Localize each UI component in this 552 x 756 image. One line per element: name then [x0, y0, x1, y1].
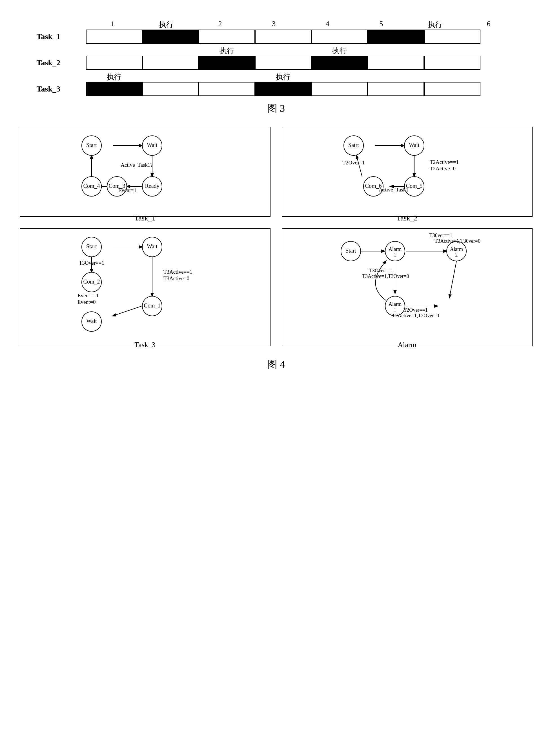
task2-cell-5: [368, 56, 424, 70]
task1-cell-2: [199, 30, 255, 44]
col-header-3: 3: [272, 20, 276, 28]
svg-line-20: [357, 155, 362, 177]
svg-text:Start: Start: [86, 142, 97, 148]
col-header-2: 2: [219, 20, 222, 28]
svg-line-35: [113, 306, 142, 316]
svg-text:T2Active==1: T2Active==1: [430, 159, 459, 165]
task1-cell-3: [255, 30, 311, 44]
svg-text:Event==1: Event==1: [78, 293, 99, 299]
task3-title: Task_3: [20, 341, 270, 349]
svg-text:Ready: Ready: [145, 183, 159, 189]
task1-cell-0: [86, 30, 142, 44]
col-header-4: 4: [326, 20, 329, 28]
task1-title: Task_1: [20, 214, 270, 222]
task2-label: Task_2: [37, 58, 86, 67]
svg-text:T2Active=1,T2Over=0: T2Active=1,T2Over=0: [392, 313, 439, 319]
task1-cell-5: [368, 30, 424, 44]
exec-label-task1-1: 执行: [159, 21, 173, 29]
alarm-title: Alarm: [282, 341, 532, 349]
svg-text:Start: Start: [86, 243, 97, 249]
task3-cell-5: [368, 82, 424, 96]
task1-cell-6: [424, 30, 480, 44]
svg-text:Active_Task1?: Active_Task1?: [121, 162, 153, 168]
task2-diagram: Satrt Wait Com_5 Com_6 T2Active==1 T2Act…: [282, 127, 533, 217]
svg-text:T3Over==1: T3Over==1: [369, 268, 393, 273]
task3-diagram: Start Wait Com_2 Com_1 Wait T3Over==1 T3…: [20, 228, 271, 346]
svg-text:T3Active=1,T3Over=0: T3Active=1,T3Over=0: [362, 273, 409, 279]
exec-label-task3-1: 执行: [86, 72, 142, 82]
task1-cell-4: [311, 30, 368, 44]
svg-text:1: 1: [394, 307, 396, 313]
task2-cell-1: [142, 56, 199, 70]
task3-cell-0: [86, 82, 142, 96]
figure3: 1 执行 2 3 4 5 执行 6 Task_1: [37, 20, 516, 96]
col-header-1: 1: [111, 20, 114, 28]
svg-text:T3Active=1,T30ver=0: T3Active=1,T30ver=0: [434, 238, 480, 244]
svg-text:T2Active=0: T2Active=0: [430, 166, 456, 172]
svg-text:1: 1: [394, 252, 396, 258]
col-header-6: 6: [487, 20, 491, 28]
svg-text:T3Active==1: T3Active==1: [163, 269, 192, 275]
svg-text:Alarm: Alarm: [389, 301, 402, 307]
exec-label-task1-2: 执行: [428, 21, 442, 29]
task2-cell-6: [424, 56, 480, 70]
task3-label: Task_3: [37, 84, 86, 93]
task3-cell-6: [424, 82, 480, 96]
svg-text:T30ver==1: T30ver==1: [429, 232, 452, 238]
svg-text:Com_2: Com_2: [83, 278, 100, 285]
exec-label-task2-1: 执行: [199, 46, 255, 56]
fig3-label: 图 3: [17, 102, 535, 116]
svg-text:Active_Task1: Active_Task1: [379, 187, 408, 193]
svg-text:Com_1: Com_1: [144, 303, 160, 309]
task2-cell-2: [199, 56, 255, 70]
svg-text:T2Over==1: T2Over==1: [404, 307, 427, 313]
svg-text:Event=0: Event=0: [78, 299, 96, 305]
svg-text:Wait: Wait: [147, 243, 157, 249]
task2-title: Task_2: [282, 214, 532, 222]
col-header-5: 5: [379, 20, 383, 28]
fig4-label: 图 4: [20, 358, 533, 371]
svg-text:Wait: Wait: [86, 318, 97, 324]
svg-text:Com_4: Com_4: [83, 183, 100, 189]
alarm-diagram: Start Alarm 1 Alarm 2 Alarm 1 T30ver==1 …: [282, 228, 533, 346]
task3-cell-3: [255, 82, 311, 96]
svg-line-54: [449, 261, 456, 298]
task3-cell-2: [199, 82, 255, 96]
task1-diagram: Start Wait Ready Com_3 Com_4 Active_Task…: [20, 127, 271, 217]
task1-cell-1: [142, 30, 199, 44]
svg-text:Alarm: Alarm: [389, 246, 402, 252]
task2-cell-4: [311, 56, 368, 70]
svg-text:Start: Start: [346, 247, 356, 254]
svg-text:Satrt: Satrt: [348, 142, 359, 148]
svg-text:Wait: Wait: [147, 142, 157, 148]
task1-label: Task_1: [37, 32, 86, 41]
svg-text:Wait: Wait: [409, 142, 420, 148]
task2-cell-3: [255, 56, 311, 70]
svg-text:Event=1: Event=1: [118, 187, 136, 193]
task2-cell-0: [86, 56, 142, 70]
svg-text:Alarm: Alarm: [450, 246, 463, 252]
svg-text:T3Over==1: T3Over==1: [79, 260, 104, 266]
exec-label-task2-2: 执行: [311, 46, 368, 56]
figure4: Start Wait Ready Com_3 Com_4 Active_Task…: [20, 127, 533, 371]
svg-text:T2Over=1: T2Over=1: [342, 160, 365, 166]
task3-cell-4: [311, 82, 368, 96]
svg-text:T3Active=0: T3Active=0: [163, 275, 189, 281]
exec-label-task3-2: 执行: [255, 72, 311, 82]
svg-text:2: 2: [455, 252, 457, 258]
task3-cell-1: [142, 82, 199, 96]
